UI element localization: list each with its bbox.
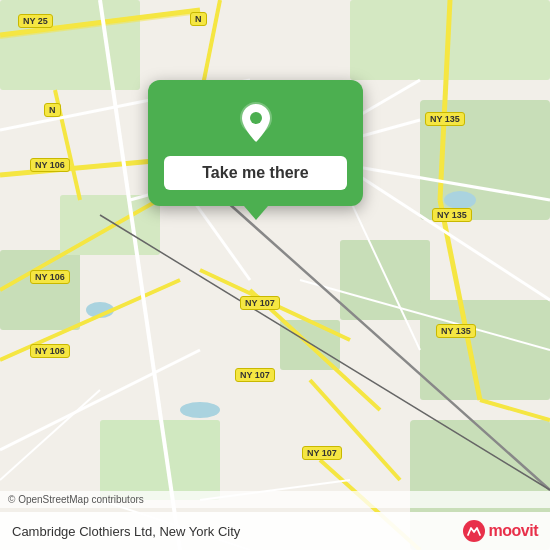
attribution-text: © OpenStreetMap contributors <box>8 494 144 505</box>
road-label-n1: N <box>190 12 207 26</box>
svg-rect-7 <box>420 300 550 400</box>
svg-rect-9 <box>100 420 220 500</box>
svg-point-14 <box>444 191 476 209</box>
svg-point-45 <box>250 112 262 124</box>
map-container: NY 25 N N NY 106 NY 106 NY 106 NY 107 NY… <box>0 0 550 550</box>
map-attribution: © OpenStreetMap contributors <box>0 491 550 508</box>
location-text: Cambridge Clothiers Ltd, New York City <box>12 524 240 539</box>
moovit-text: moovit <box>489 522 538 540</box>
svg-rect-4 <box>0 250 80 330</box>
moovit-m-icon <box>463 520 485 542</box>
bottom-bar: Cambridge Clothiers Ltd, New York City m… <box>0 512 550 550</box>
road-label-ny106-1: NY 106 <box>30 158 70 172</box>
road-label-ny135-2: NY 135 <box>432 208 472 222</box>
svg-point-13 <box>180 402 220 418</box>
road-label-ny135-1: NY 135 <box>425 112 465 126</box>
road-label-ny107-1: NY 107 <box>240 296 280 310</box>
road-label-ny106-3: NY 106 <box>30 344 70 358</box>
road-label-ny107-3: NY 107 <box>302 446 342 460</box>
road-label-ny107-2: NY 107 <box>235 368 275 382</box>
location-pin-icon <box>232 98 280 146</box>
take-me-there-button[interactable]: Take me there <box>164 156 347 190</box>
road-label-n2: N <box>44 103 61 117</box>
road-label-ny25: NY 25 <box>18 14 53 28</box>
moovit-logo: moovit <box>463 520 538 542</box>
road-label-ny135-3: NY 135 <box>436 324 476 338</box>
svg-rect-6 <box>340 240 430 320</box>
road-label-ny106-2: NY 106 <box>30 270 70 284</box>
popup-card: Take me there <box>148 80 363 206</box>
